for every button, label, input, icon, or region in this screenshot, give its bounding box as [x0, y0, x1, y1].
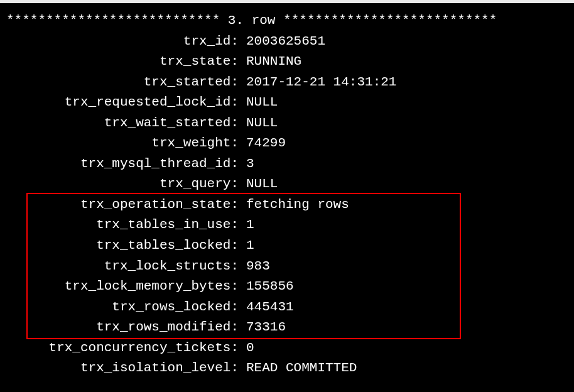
field-value: 1 [239, 215, 254, 236]
field-label: trx_query: [6, 174, 239, 195]
output-row: trx_weight:74299 [6, 133, 568, 154]
field-value: NULL [239, 113, 278, 134]
output-row: trx_id:2003625651 [6, 31, 568, 52]
output-row: trx_query:NULL [6, 174, 568, 195]
field-label: trx_weight: [6, 133, 239, 154]
field-value: 155856 [239, 276, 294, 297]
field-label: trx_concurrency_tickets: [6, 338, 239, 359]
field-value: fetching rows [239, 195, 349, 215]
field-label: trx_wait_started: [6, 113, 239, 134]
field-label: trx_lock_structs: [6, 256, 239, 277]
field-value: 0 [239, 338, 254, 359]
field-label: trx_rows_locked: [6, 297, 239, 318]
field-label: trx_operation_state: [6, 195, 239, 215]
output-row: trx_wait_started:NULL [6, 113, 568, 134]
output-row: trx_requested_lock_id:NULL [6, 92, 568, 113]
field-value: 445431 [239, 297, 294, 318]
row-header: *************************** 3. row *****… [6, 11, 568, 31]
output-row: trx_started:2017-12-21 14:31:21 [6, 72, 568, 93]
field-value: 983 [239, 256, 270, 277]
field-label: trx_state: [6, 52, 239, 72]
output-row: trx_tables_locked:1 [6, 236, 568, 256]
field-value: RUNNING [239, 52, 301, 72]
field-value: 73316 [239, 317, 286, 338]
output-row: trx_rows_locked:445431 [6, 297, 568, 318]
output-row: trx_mysql_thread_id:3 [6, 154, 568, 175]
field-label: trx_isolation_level: [6, 358, 239, 379]
field-value: NULL [239, 92, 278, 113]
field-label: trx_rows_modified: [6, 317, 239, 338]
terminal-window: *************************** 3. row *****… [0, 0, 574, 392]
field-label: trx_started: [6, 72, 239, 93]
field-value: NULL [239, 174, 278, 195]
field-label: trx_requested_lock_id: [6, 92, 239, 113]
field-label: trx_tables_in_use: [6, 215, 239, 236]
field-label: trx_lock_memory_bytes: [6, 276, 239, 297]
field-value: 74299 [239, 133, 286, 154]
terminal-output[interactable]: *************************** 3. row *****… [0, 3, 574, 392]
output-row: trx_operation_state:fetching rows [6, 195, 568, 215]
field-value: 3 [239, 154, 254, 175]
output-row: trx_concurrency_tickets:0 [6, 338, 568, 359]
rows-container: trx_id:2003625651trx_state:RUNNINGtrx_st… [6, 31, 568, 379]
output-row: trx_state:RUNNING [6, 52, 568, 72]
output-row: trx_lock_memory_bytes:155856 [6, 276, 568, 297]
field-label: trx_tables_locked: [6, 236, 239, 256]
output-row: trx_rows_modified:73316 [6, 317, 568, 338]
output-row: trx_tables_in_use:1 [6, 215, 568, 236]
field-label: trx_mysql_thread_id: [6, 154, 239, 175]
field-value: 2017-12-21 14:31:21 [239, 72, 396, 93]
output-row: trx_isolation_level:READ COMMITTED [6, 358, 568, 379]
output-row: trx_lock_structs:983 [6, 256, 568, 277]
field-value: READ COMMITTED [239, 358, 357, 379]
field-value: 2003625651 [239, 31, 325, 52]
field-label: trx_id: [6, 31, 239, 52]
field-value: 1 [239, 236, 254, 256]
